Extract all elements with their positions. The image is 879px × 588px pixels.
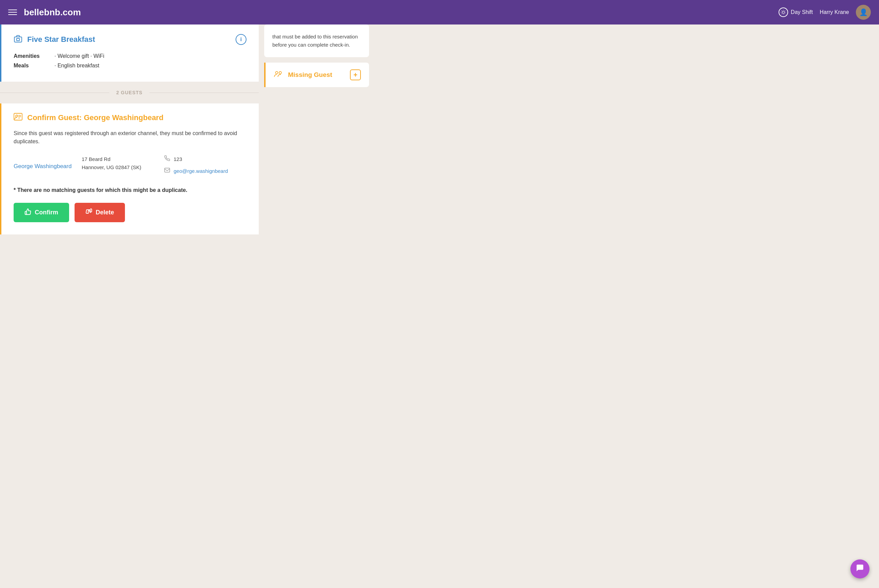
guest-info-grid: George Washingbeard 17 Beard Rd Hannover…: [14, 155, 246, 178]
meals-value: · English breakfast: [54, 63, 99, 69]
missing-guest-icon: [274, 70, 283, 80]
email-row: geo@rge.washignbeard: [164, 167, 246, 175]
guest-contact: 123 geo@rge.washignbeard: [164, 155, 246, 175]
avatar[interactable]: 👤: [856, 5, 871, 20]
svg-rect-10: [17, 38, 20, 40]
header-right: Day Shift Harry Krane 👤: [778, 5, 871, 20]
svg-point-18: [279, 72, 281, 74]
guest-address: 17 Beard Rd Hannover, UG 02847 (SK): [82, 155, 164, 175]
guest-name-link[interactable]: George Washingbeard: [14, 163, 82, 170]
guest-card-title: Confirm Guest: George Washingbeard: [14, 113, 246, 123]
svg-rect-16: [165, 168, 170, 172]
info-button[interactable]: i: [236, 34, 246, 45]
phone-icon: [164, 155, 170, 163]
main-header: bellebnb.com Day Shift Harry Krane 👤: [0, 0, 879, 24]
delete-button[interactable]: Delete: [75, 203, 125, 222]
action-buttons: Confirm Delete: [14, 203, 246, 222]
menu-button[interactable]: [8, 9, 17, 15]
guest-card-description: Since this guest was registered through …: [14, 129, 246, 146]
guest-confirm-card: Confirm Guest: George Washingbeard Since…: [0, 104, 259, 234]
guests-divider: 2 GUESTS: [0, 82, 259, 104]
user-name: Harry Krane: [820, 9, 849, 15]
package-title-row: Five Star Breakfast i: [14, 34, 246, 45]
shift-icon: [778, 8, 788, 17]
svg-point-17: [275, 72, 278, 74]
package-icon: [14, 34, 23, 45]
chat-icon: [855, 564, 864, 574]
missing-guest-card[interactable]: Missing Guest +: [264, 63, 369, 87]
delete-icon: [86, 208, 92, 217]
phone-value: 123: [174, 156, 182, 162]
content-area: Five Star Breakfast i Amenities · Welcom…: [0, 24, 259, 588]
email-link[interactable]: geo@rge.washignbeard: [174, 168, 228, 174]
meals-row: Meals · English breakfast: [14, 63, 246, 69]
phone-row: 123: [164, 155, 246, 163]
shift-indicator[interactable]: Day Shift: [778, 8, 813, 17]
amenities-label: Amenities: [14, 53, 54, 59]
meals-label: Meals: [14, 63, 54, 69]
amenities-value: · Welcome gift · WiFi: [54, 53, 104, 59]
shift-label: Day Shift: [791, 9, 813, 15]
sidebar: that must be added to this reservation b…: [259, 24, 374, 588]
svg-line-4: [785, 14, 785, 14]
chat-button[interactable]: [850, 560, 870, 579]
svg-line-7: [781, 14, 782, 14]
add-guest-button[interactable]: +: [350, 69, 361, 80]
confirm-icon: [24, 208, 31, 217]
confirm-button[interactable]: Confirm: [14, 203, 69, 222]
svg-point-12: [16, 115, 18, 117]
svg-line-3: [781, 10, 782, 11]
svg-rect-9: [14, 37, 22, 42]
email-icon: [164, 167, 170, 175]
package-card: Five Star Breakfast i Amenities · Welcom…: [0, 24, 259, 82]
svg-point-0: [782, 11, 784, 14]
sidebar-warning-card: that must be added to this reservation b…: [264, 24, 369, 57]
package-title: Five Star Breakfast: [14, 34, 95, 45]
main-layout: Five Star Breakfast i Amenities · Welcom…: [0, 24, 879, 588]
amenities-row: Amenities · Welcome gift · WiFi: [14, 53, 246, 59]
missing-guest-label: Missing Guest: [288, 71, 345, 79]
duplicate-warning: * There are no matching guests for which…: [14, 187, 246, 193]
guest-card-icon: [14, 113, 23, 123]
svg-line-8: [785, 10, 785, 11]
logo: bellebnb.com: [24, 7, 778, 18]
